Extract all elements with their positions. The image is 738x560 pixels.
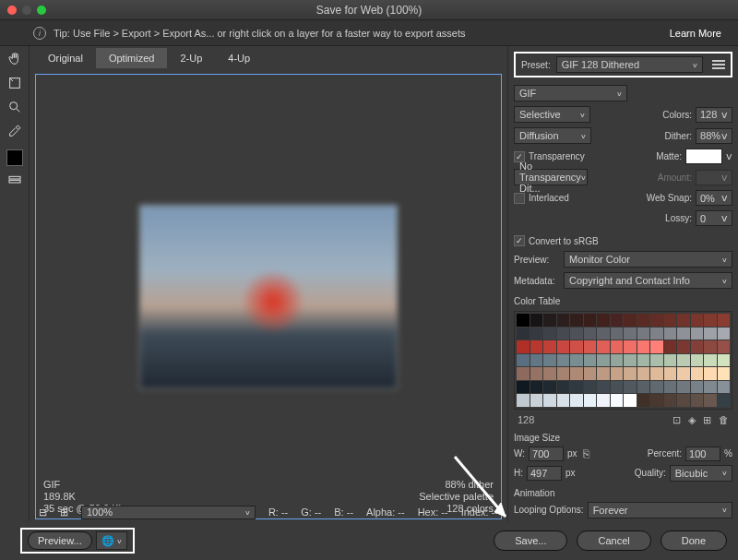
color-swatch[interactable] — [517, 381, 530, 394]
quality-select[interactable]: Bicubicⅴ — [670, 465, 732, 482]
color-swatch[interactable] — [637, 340, 650, 353]
color-swatch[interactable] — [611, 340, 624, 353]
color-swatch[interactable] — [650, 394, 663, 407]
color-swatch[interactable] — [691, 367, 704, 380]
color-swatch[interactable] — [691, 394, 704, 407]
learn-more-link[interactable]: Learn More — [662, 24, 729, 42]
color-swatch[interactable] — [543, 381, 556, 394]
color-swatch[interactable] — [570, 328, 583, 340]
link-dimensions-icon[interactable]: ⎘ — [583, 447, 589, 460]
color-swatch[interactable] — [718, 314, 731, 327]
zoom-icon[interactable] — [37, 6, 46, 15]
color-swatch[interactable] — [704, 381, 717, 394]
color-swatch[interactable] — [597, 367, 610, 380]
color-table[interactable] — [514, 311, 732, 410]
format-select[interactable]: GIFⅴ — [514, 85, 627, 101]
close-icon[interactable] — [7, 6, 17, 15]
color-swatch[interactable] — [597, 381, 610, 394]
eyedropper-tool-icon[interactable] — [5, 122, 25, 140]
color-swatch[interactable] — [637, 354, 650, 367]
color-swatch[interactable] — [677, 367, 690, 380]
color-swatch[interactable] — [624, 381, 637, 394]
color-swatch[interactable] — [517, 340, 530, 353]
color-swatch[interactable] — [517, 367, 530, 380]
color-swatch[interactable] — [597, 340, 610, 353]
color-swatch[interactable] — [624, 354, 637, 367]
color-swatch[interactable] — [584, 340, 597, 353]
color-swatch[interactable] — [704, 328, 717, 340]
color-swatch[interactable] — [517, 394, 530, 407]
color-swatch[interactable] — [557, 367, 570, 380]
color-swatch[interactable] — [664, 340, 677, 353]
ct-delete-icon[interactable]: 🗑 — [719, 414, 729, 426]
color-swatch[interactable] — [691, 328, 704, 340]
color-swatch[interactable] — [543, 394, 556, 407]
color-swatch[interactable] — [584, 367, 597, 380]
color-swatch[interactable] — [677, 394, 690, 407]
lossy-input[interactable]: 0ⅴ — [696, 210, 732, 226]
color-swatch[interactable] — [691, 340, 704, 353]
color-swatch[interactable] — [624, 394, 637, 407]
done-button[interactable]: Done — [661, 530, 727, 551]
color-swatch[interactable] — [624, 367, 637, 380]
matte-swatch[interactable] — [685, 149, 722, 164]
color-swatch[interactable] — [611, 367, 624, 380]
color-swatch[interactable] — [597, 314, 610, 327]
websnap-input[interactable]: 0%ⅴ — [696, 190, 732, 206]
preset-select[interactable]: GIF 128 Ditheredⅴ — [556, 56, 703, 73]
tab-2up[interactable]: 2-Up — [167, 48, 215, 68]
color-swatch[interactable] — [677, 328, 690, 340]
color-swatch[interactable] — [584, 394, 597, 407]
color-swatch[interactable] — [570, 367, 583, 380]
color-swatch[interactable] — [517, 354, 530, 367]
preset-menu-icon[interactable] — [712, 60, 725, 69]
color-swatch[interactable] — [517, 314, 530, 327]
color-swatch[interactable] — [570, 354, 583, 367]
color-swatch[interactable] — [664, 381, 677, 394]
color-swatch[interactable] — [637, 314, 650, 327]
colors-input[interactable]: 128ⅴ — [696, 107, 732, 123]
color-swatch[interactable] — [570, 381, 583, 394]
percent-input[interactable]: 100 — [685, 447, 720, 461]
metadata-select[interactable]: Copyright and Contact Infoⅴ — [564, 272, 732, 289]
color-swatch[interactable] — [664, 394, 677, 407]
color-swatch[interactable] — [530, 314, 543, 327]
hand-tool-icon[interactable] — [5, 50, 25, 68]
canvas-area[interactable]: GIF 189.8K 35 sec @ 56.6 Kbps 88% dither… — [35, 74, 502, 519]
color-swatch[interactable] — [718, 381, 731, 394]
color-swatch[interactable] — [718, 340, 731, 353]
color-swatch[interactable] — [677, 354, 690, 367]
save-button[interactable]: Save... — [494, 530, 567, 551]
color-swatch[interactable] — [557, 328, 570, 340]
color-swatch[interactable] — [664, 367, 677, 380]
reduction-select[interactable]: Selectiveⅴ — [514, 106, 590, 123]
color-swatch[interactable] — [704, 354, 717, 367]
color-swatch[interactable] — [530, 328, 543, 340]
color-swatch[interactable] — [530, 340, 543, 353]
color-swatch[interactable] — [664, 328, 677, 340]
color-swatch[interactable] — [704, 314, 717, 327]
color-swatch[interactable] — [584, 381, 597, 394]
color-swatch[interactable] — [611, 381, 624, 394]
color-swatch[interactable] — [624, 340, 637, 353]
ct-map-icon[interactable]: ◈ — [688, 414, 696, 426]
color-swatch[interactable] — [677, 381, 690, 394]
color-swatch[interactable] — [543, 367, 556, 380]
transparency-dither-select[interactable]: No Transparency Dit...ⅴ — [514, 169, 588, 185]
color-swatch[interactable] — [543, 340, 556, 353]
color-swatch[interactable] — [637, 381, 650, 394]
height-input[interactable]: 497 — [527, 466, 562, 481]
color-swatch[interactable] — [704, 394, 717, 407]
color-swatch[interactable] — [530, 381, 543, 394]
color-swatch[interactable] — [557, 381, 570, 394]
preview-button[interactable]: Preview... — [28, 531, 92, 550]
color-swatch[interactable] — [691, 314, 704, 327]
color-swatch[interactable] — [637, 367, 650, 380]
color-swatch[interactable] — [637, 394, 650, 407]
color-swatch[interactable] — [650, 381, 663, 394]
color-swatch[interactable] — [611, 314, 624, 327]
color-swatch[interactable] — [597, 354, 610, 367]
color-swatch[interactable] — [650, 328, 663, 340]
width-input[interactable]: 700 — [529, 447, 564, 461]
preview-profile-select[interactable]: Monitor Colorⅴ — [564, 251, 732, 268]
